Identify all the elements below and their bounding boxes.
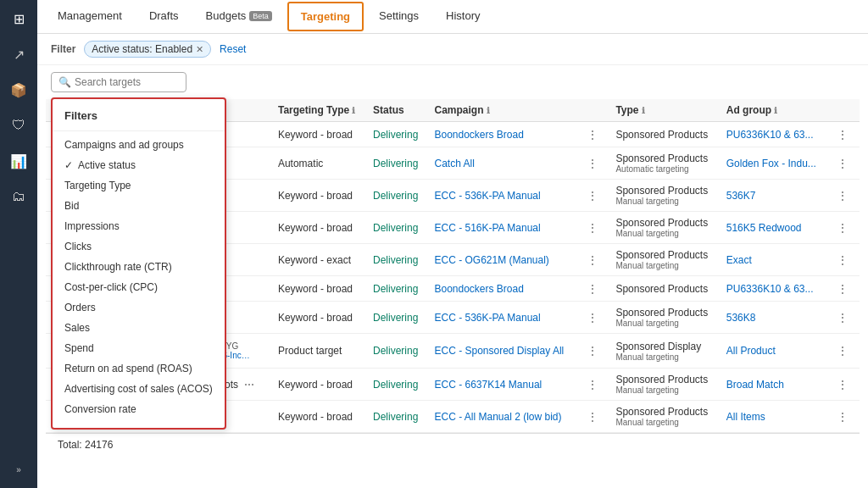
row-menu-icon[interactable]: ⋮ [834,379,851,391]
ad-group-link[interactable]: 536K7 [726,190,756,202]
row-actions-cell[interactable]: ⋮ [827,147,860,180]
active-status-filter-badge[interactable]: Active status: Enabled ✕ [84,41,211,58]
ad-group-link[interactable]: 536K8 [726,312,756,324]
ad-group-link[interactable]: 516K5 Redwood [726,222,802,234]
campaign-menu-icon[interactable]: ⋮ [584,129,601,141]
ad-group-link[interactable]: PU6336K10 & 63... [726,283,814,295]
filter-item-bid[interactable]: Bid [53,196,225,216]
row-ad-group-cell[interactable]: Golden Fox - Indu... [720,147,828,180]
row-actions-cell[interactable]: ⋮ [827,401,860,433]
row-menu-icon[interactable]: ⋮ [834,129,851,141]
campaign-link[interactable]: ECC - All Manual 2 (low bid) [434,411,561,423]
row-campaign-cell[interactable]: ECC - 516K-PA Manual [427,212,576,244]
row-actions-cell[interactable]: ⋮ [827,122,860,147]
row-menu-icon[interactable]: ⋮ [834,158,851,169]
filter-item-ctr[interactable]: Clickthrough rate (CTR) [53,257,225,277]
filter-item-campaigns[interactable]: Campaigns and ad groups [53,135,225,155]
row-campaign-menu-cell[interactable]: ⋮ [577,212,609,244]
sidebar-icon-trending[interactable]: ↗ [8,44,29,64]
row-campaign-menu-cell[interactable]: ⋮ [577,147,609,180]
row-campaign-cell[interactable]: Catch All [427,147,576,180]
row-campaign-cell[interactable]: ECC - 6637K14 Manual [427,369,576,401]
row-campaign-menu-cell[interactable]: ⋮ [577,302,609,334]
sidebar-icon-files[interactable]: 🗂 [8,186,29,207]
row-actions-cell[interactable]: ⋮ [827,334,860,369]
row-ad-group-cell[interactable]: PU6336K10 & 63... [720,122,828,147]
campaign-menu-icon[interactable]: ⋮ [584,379,601,391]
row-menu-icon[interactable]: ⋮ [834,283,851,295]
ad-group-info-icon[interactable]: ℹ [774,106,777,115]
tab-settings[interactable]: Settings [367,3,431,30]
campaign-menu-icon[interactable]: ⋮ [584,411,601,423]
row-ad-group-cell[interactable]: 536K7 [720,180,828,212]
filter-item-active-status[interactable]: Active status [53,155,225,175]
sidebar-collapse-icon[interactable]: » [8,459,29,480]
filter-item-targeting-type[interactable]: Targeting Type [53,175,225,196]
targeting-type-info-icon[interactable]: ℹ [352,106,355,115]
filter-item-impressions[interactable]: Impressions [53,216,225,236]
row-actions-cell[interactable]: ⋮ [827,369,860,401]
campaign-menu-icon[interactable]: ⋮ [584,312,601,324]
filter-item-roas[interactable]: Return on ad spend (ROAS) [53,358,225,379]
ad-group-link[interactable]: Golden Fox - Indu... [726,158,816,169]
row-menu-icon[interactable]: ⋮ [834,254,851,266]
campaign-menu-icon[interactable]: ⋮ [584,254,601,266]
row-actions-cell[interactable]: ⋮ [827,212,860,244]
ad-group-link[interactable]: Broad Match [726,379,784,391]
sidebar-icon-shield[interactable]: 🛡 [8,115,29,136]
row-menu-icon[interactable]: ⋮ [834,312,851,324]
target-menu-icon[interactable]: ⋯ [241,379,258,391]
row-campaign-menu-cell[interactable]: ⋮ [577,401,609,433]
campaign-link[interactable]: ECC - OG621M (Manual) [434,254,548,266]
reset-filter-link[interactable]: Reset [220,43,246,55]
tab-budgets[interactable]: Budgets Beta [194,3,284,30]
ad-group-link[interactable]: Exact [726,254,752,266]
row-menu-icon[interactable]: ⋮ [834,222,851,234]
campaign-link[interactable]: ECC - 6637K14 Manual [434,379,542,391]
row-campaign-menu-cell[interactable]: ⋮ [577,334,609,369]
row-campaign-cell[interactable]: ECC - OG621M (Manual) [427,244,576,276]
row-actions-cell[interactable]: ⋮ [827,180,860,212]
row-campaign-cell[interactable]: Boondockers Broad [427,122,576,147]
row-ad-group-cell[interactable]: Exact [720,244,828,276]
ad-group-link[interactable]: All Items [726,411,765,423]
campaign-link[interactable]: ECC - 516K-PA Manual [434,222,540,234]
campaign-menu-icon[interactable]: ⋮ [584,158,601,169]
ad-group-link[interactable]: PU6336K10 & 63... [726,129,814,141]
campaign-link[interactable]: Catch All [434,158,474,169]
row-ad-group-cell[interactable]: All Product [720,334,828,369]
row-campaign-menu-cell[interactable]: ⋮ [577,244,609,276]
row-menu-icon[interactable]: ⋮ [834,190,851,202]
row-campaign-cell[interactable]: ECC - Sponsored Display All [427,334,576,369]
search-targets-input[interactable] [75,76,176,88]
row-actions-cell[interactable]: ⋮ [827,244,860,276]
type-info-icon[interactable]: ℹ [642,106,645,115]
filter-item-orders[interactable]: Orders [53,297,225,318]
row-campaign-cell[interactable]: ECC - All Manual 2 (low bid) [427,401,576,433]
filter-item-conversion[interactable]: Conversion rate [53,399,225,419]
row-ad-group-cell[interactable]: Broad Match [720,369,828,401]
tab-targeting[interactable]: Targeting [287,2,364,31]
campaign-link[interactable]: Boondockers Broad [434,129,523,141]
row-campaign-menu-cell[interactable]: ⋮ [577,122,609,147]
campaign-info-icon[interactable]: ℹ [487,106,490,115]
row-campaign-cell[interactable]: Boondockers Broad [427,276,576,302]
campaign-menu-icon[interactable]: ⋮ [584,190,601,202]
row-campaign-cell[interactable]: ECC - 536K-PA Manual [427,180,576,212]
row-actions-cell[interactable]: ⋮ [827,276,860,302]
row-ad-group-cell[interactable]: PU6336K10 & 63... [720,276,828,302]
search-targets-input-wrap[interactable]: 🔍 [51,72,186,92]
campaign-link[interactable]: ECC - 536K-PA Manual [434,190,540,202]
sidebar-icon-chart[interactable]: 📊 [8,151,29,171]
campaign-menu-icon[interactable]: ⋮ [584,222,601,234]
filter-item-sales[interactable]: Sales [53,318,225,338]
sidebar-icon-grid[interactable]: ⊞ [8,8,29,29]
row-ad-group-cell[interactable]: All Items [720,401,828,433]
row-ad-group-cell[interactable]: 536K8 [720,302,828,334]
row-campaign-cell[interactable]: ECC - 536K-PA Manual [427,302,576,334]
row-campaign-menu-cell[interactable]: ⋮ [577,276,609,302]
tab-management[interactable]: Management [46,3,134,30]
campaign-link[interactable]: Boondockers Broad [434,283,523,295]
row-campaign-menu-cell[interactable]: ⋮ [577,369,609,401]
row-actions-cell[interactable]: ⋮ [827,302,860,334]
